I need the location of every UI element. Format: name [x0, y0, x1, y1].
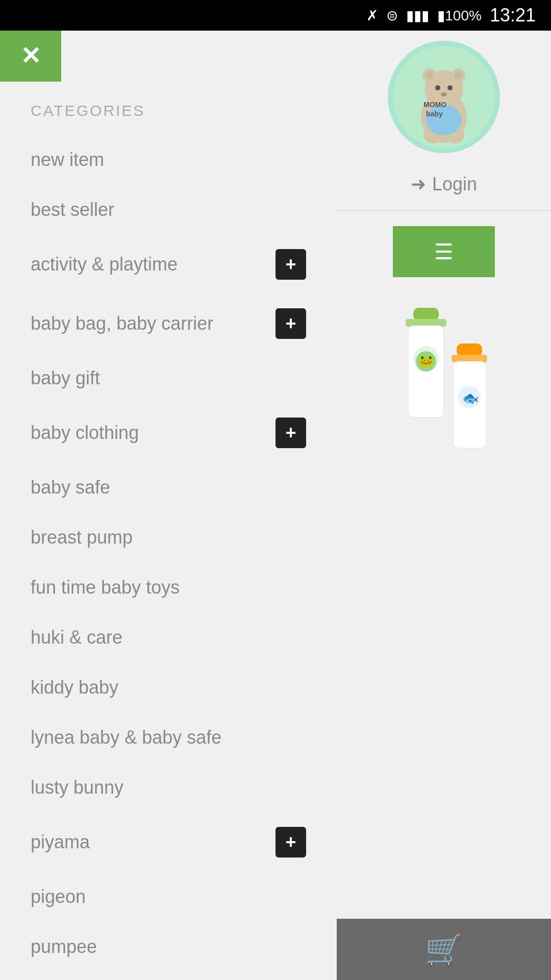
svg-point-5 — [425, 71, 434, 80]
menu-button[interactable]: ☰ — [393, 226, 495, 277]
svg-text:MOMO: MOMO — [423, 101, 446, 109]
sidebar-item-label-pigeon: pigeon — [31, 886, 86, 908]
sidebar-item-label-baby-bag: baby bag, baby carrier — [31, 313, 213, 334]
svg-rect-15 — [413, 308, 439, 321]
cart-overlay[interactable]: 🛒 — [337, 919, 551, 980]
login-icon: ➜ — [411, 174, 426, 195]
sidebar-item-breast-pump[interactable]: breast pump — [0, 512, 337, 562]
sidebar-item-label-lusty-bunny: lusty bunny — [31, 777, 123, 798]
logo-image: MOMO baby — [393, 46, 495, 148]
expand-button-activity-playtime[interactable]: + — [276, 249, 306, 280]
svg-point-9 — [441, 92, 447, 96]
sidebar-item-label-piyama: piyama — [31, 831, 90, 853]
wifi-icon: ⊜ — [386, 7, 398, 24]
plus-icon-baby-clothing: + — [285, 424, 296, 442]
sidebar-item-label-breast-pump: breast pump — [31, 527, 133, 548]
sidebar-item-baby-safe[interactable]: baby safe — [0, 462, 337, 512]
product-image: 🐸 🐟 — [362, 298, 525, 543]
logo-circle: MOMO baby — [388, 41, 500, 153]
sidebar-item-kiddy-baby[interactable]: kiddy baby — [0, 663, 337, 713]
sidebar-item-label-best-seller: best seller — [31, 199, 114, 220]
close-icon: ✕ — [20, 44, 41, 68]
sidebar-item-huki-care[interactable]: huki & care — [0, 612, 337, 663]
menu-list: new itembest selleractivity & playtime+b… — [0, 135, 337, 980]
right-panel: MOMO baby ➜ Login ☰ 🐸 🐟 — [337, 31, 551, 980]
close-button[interactable]: ✕ — [0, 31, 61, 82]
sidebar-item-piyama[interactable]: piyama+ — [0, 813, 337, 872]
sidebar-item-label-baby-gift: baby gift — [31, 368, 100, 389]
sidebar-item-label-baby-clothing: baby clothing — [31, 422, 139, 444]
sidebar-item-label-fun-time-baby-toys: fun time baby toys — [31, 577, 180, 598]
sidebar-item-activity-playtime[interactable]: activity & playtime+ — [0, 235, 337, 294]
status-icons: ✗ ⊜ ▮▮▮ ▮100% 13:21 — [366, 5, 536, 26]
login-label: Login — [432, 174, 477, 195]
sidebar-item-label-pumpee: pumpee — [31, 936, 97, 958]
hamburger-icon: ☰ — [434, 239, 454, 264]
sidebar-item-label-activity-playtime: activity & playtime — [31, 254, 178, 275]
sidebar-item-label-lynea-baby: lynea baby & baby safe — [31, 727, 221, 748]
sidebar-item-label-kiddy-baby: kiddy baby — [31, 677, 118, 698]
sidebar-item-lusty-bunny[interactable]: lusty bunny — [0, 763, 337, 813]
bluetooth-icon: ✗ — [366, 7, 378, 24]
svg-text:baby: baby — [426, 110, 443, 118]
sidebar-item-baby-gift[interactable]: baby gift — [0, 353, 337, 403]
signal-icon: ▮▮▮ — [406, 7, 429, 24]
svg-point-8 — [447, 85, 453, 90]
svg-text:🐟: 🐟 — [462, 390, 479, 406]
expand-button-baby-clothing[interactable]: + — [276, 418, 306, 448]
plus-icon-activity-playtime: + — [285, 255, 296, 274]
divider — [337, 210, 551, 211]
svg-text:🐸: 🐸 — [417, 352, 435, 369]
sidebar-item-baby-clothing[interactable]: baby clothing+ — [0, 403, 337, 462]
sidebar-item-new-item[interactable]: new item — [0, 135, 337, 185]
sidebar-drawer: ✕ CATEGORIES new itembest selleractivity… — [0, 31, 337, 980]
battery-icon: ▮100% — [437, 7, 482, 24]
sidebar-item-best-seller[interactable]: best seller — [0, 185, 337, 235]
login-section[interactable]: ➜ Login — [400, 168, 487, 200]
sidebar-item-label-baby-safe: baby safe — [31, 477, 110, 498]
sidebar-item-lynea-baby[interactable]: lynea baby & baby safe — [0, 713, 337, 763]
sidebar-item-label-new-item: new item — [31, 149, 104, 170]
expand-button-baby-bag[interactable]: + — [276, 308, 306, 339]
categories-label: CATEGORIES — [0, 82, 337, 135]
svg-point-7 — [435, 85, 440, 90]
svg-rect-21 — [457, 344, 482, 356]
expand-button-piyama[interactable]: + — [276, 827, 306, 857]
product-area: 🐸 🐟 — [347, 298, 541, 543]
sidebar-item-pumpee[interactable]: pumpee — [0, 922, 337, 972]
sidebar-item-label-huki-care: huki & care — [31, 627, 122, 648]
sidebar-item-baby-bag[interactable]: baby bag, baby carrier+ — [0, 294, 337, 353]
cart-icon: 🛒 — [425, 932, 463, 968]
plus-icon-piyama: + — [285, 833, 296, 851]
svg-point-12 — [426, 105, 462, 135]
svg-point-6 — [454, 71, 462, 80]
sidebar-item-pigeon[interactable]: pigeon — [0, 872, 337, 922]
sidebar-item-fun-time-baby-toys[interactable]: fun time baby toys — [0, 562, 337, 612]
time-display: 13:21 — [490, 5, 536, 26]
status-bar: ✗ ⊜ ▮▮▮ ▮100% 13:21 — [0, 0, 551, 31]
plus-icon-baby-bag: + — [285, 314, 296, 333]
